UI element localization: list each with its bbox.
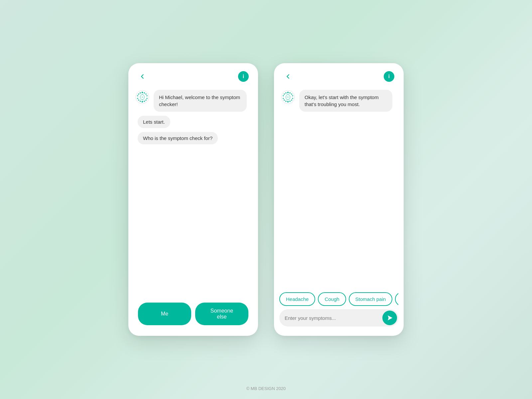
me-button[interactable]: Me (138, 303, 191, 325)
svg-point-30 (292, 95, 293, 96)
svg-point-28 (289, 92, 291, 94)
right-info-label: i (388, 73, 390, 79)
svg-point-29 (291, 93, 292, 95)
footer: © MB DESIGN 2020 (246, 386, 286, 391)
svg-point-21 (140, 98, 141, 99)
right-bot-bubble: Okay, let's start with the symptom that'… (299, 90, 392, 112)
svg-point-32 (291, 99, 292, 101)
svg-point-2 (144, 92, 145, 94)
user-message-who: Who is the symptom check for? (135, 132, 251, 144)
svg-point-15 (142, 94, 143, 95)
left-header: i (128, 63, 258, 87)
right-bot-avatar (281, 90, 295, 104)
svg-point-12 (137, 95, 138, 96)
symptom-input[interactable] (285, 312, 380, 324)
screens-container: i (128, 63, 404, 336)
svg-point-7 (144, 101, 145, 102)
bot-message-row: Hi Michael, welcome to the symptom check… (135, 90, 251, 112)
svg-point-14 (140, 92, 141, 94)
svg-point-51 (287, 96, 289, 98)
chip-headache[interactable]: Headache (279, 292, 315, 306)
svg-point-25 (142, 96, 143, 98)
left-screen: i (128, 63, 258, 336)
svg-point-3 (145, 93, 147, 95)
svg-point-41 (287, 94, 289, 95)
svg-point-33 (289, 101, 291, 102)
svg-point-24 (140, 94, 141, 95)
svg-point-44 (289, 97, 290, 98)
right-bot-bubbles: Okay, let's start with the symptom that'… (299, 90, 392, 112)
svg-point-5 (146, 98, 148, 99)
left-info-button[interactable]: i (238, 71, 249, 82)
svg-point-19 (143, 98, 144, 99)
svg-point-22 (140, 97, 141, 98)
right-screen: i (274, 63, 404, 336)
svg-point-4 (146, 95, 148, 96)
send-button[interactable] (382, 311, 397, 325)
svg-point-40 (285, 92, 287, 94)
svg-point-37 (283, 98, 284, 99)
svg-point-42 (289, 94, 290, 95)
svg-point-38 (283, 95, 284, 96)
right-header: i (274, 63, 404, 87)
symptom-input-row (279, 309, 398, 327)
svg-point-18 (144, 97, 145, 98)
svg-point-16 (143, 94, 144, 95)
svg-point-10 (138, 99, 139, 101)
svg-point-43 (289, 96, 290, 97)
right-info-button[interactable]: i (384, 71, 394, 82)
right-bottom-area: Headache Cough Stomach pain Ru (274, 288, 404, 336)
svg-point-27 (287, 92, 289, 93)
svg-point-31 (292, 98, 293, 99)
svg-point-17 (144, 96, 145, 97)
svg-point-20 (142, 99, 143, 100)
left-back-button[interactable] (138, 72, 147, 81)
svg-point-35 (285, 101, 287, 102)
svg-point-11 (137, 98, 138, 99)
chip-runny[interactable]: Ru (395, 292, 398, 306)
info-label: i (243, 73, 244, 79)
svg-point-45 (289, 98, 290, 99)
right-bot-message-row: Okay, let's start with the symptom that'… (281, 90, 397, 112)
user-bubble-2: Who is the symptom check for? (138, 132, 218, 144)
someone-else-button[interactable]: Someone else (195, 303, 248, 325)
svg-point-39 (284, 93, 285, 95)
user-bubble-1: Lets start. (138, 116, 170, 128)
svg-point-34 (287, 101, 289, 102)
user-message-lets-start: Lets start. (135, 116, 251, 128)
svg-point-49 (285, 96, 286, 97)
svg-point-9 (140, 101, 141, 102)
right-chat-area: Okay, let's start with the symptom that'… (274, 87, 404, 288)
left-bottom-actions: Me Someone else (128, 296, 258, 336)
right-back-button[interactable] (283, 72, 293, 81)
chip-stomach-pain[interactable]: Stomach pain (349, 292, 393, 306)
svg-point-8 (142, 101, 143, 102)
bot-avatar (135, 90, 150, 104)
bot-bubble-welcome: Hi Michael, welcome to the symptom check… (154, 90, 247, 112)
svg-point-46 (287, 99, 289, 100)
svg-marker-52 (388, 316, 392, 321)
left-chat-area: Hi Michael, welcome to the symptom check… (128, 87, 258, 296)
svg-point-13 (138, 93, 139, 95)
svg-point-50 (286, 94, 287, 95)
svg-point-48 (285, 97, 286, 98)
svg-point-23 (140, 96, 141, 97)
svg-point-1 (142, 92, 143, 93)
svg-point-6 (145, 99, 147, 101)
svg-point-36 (284, 99, 285, 101)
bot-bubbles: Hi Michael, welcome to the symptom check… (154, 90, 247, 112)
chip-cough[interactable]: Cough (318, 292, 346, 306)
symptom-chips: Headache Cough Stomach pain Ru (279, 292, 398, 306)
svg-point-47 (286, 98, 287, 99)
